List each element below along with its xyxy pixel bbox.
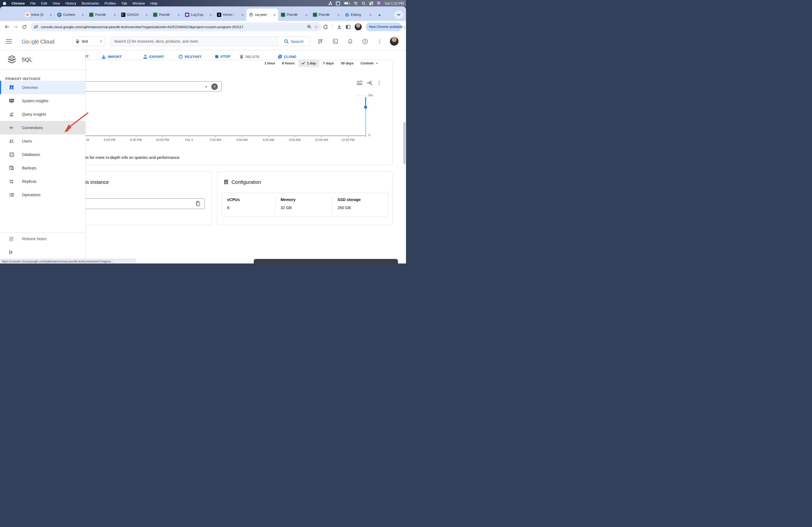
control-center-icon[interactable] (369, 2, 373, 5)
sidebar-item-replicas[interactable]: Replicas (0, 175, 85, 188)
tab-sai-peerdb-active[interactable]: sai-peer × (246, 9, 278, 21)
connection-name-field[interactable] (81, 198, 205, 209)
tab-inbox[interactable]: M Inbox (5 × (23, 9, 55, 21)
export-button[interactable]: EXPORT (143, 55, 164, 59)
chart-area-mode-icon[interactable] (357, 80, 362, 86)
sidebar-item-system-insights[interactable]: System insights (0, 94, 85, 108)
gcloud-search-field[interactable] (110, 36, 278, 46)
tab-dais24[interactable]: DAIS DAIS24 × (118, 9, 150, 21)
delete-button[interactable]: DELETE (240, 55, 260, 59)
tab-close-icon[interactable]: × (49, 13, 52, 17)
site-settings-icon[interactable] (34, 25, 38, 29)
tab-peerdb-1[interactable]: Peerdb × (86, 9, 118, 21)
menu-history[interactable]: History (62, 1, 79, 5)
copy-icon[interactable] (195, 201, 200, 207)
sidebar-item-release-notes[interactable]: Release Notes (0, 232, 85, 245)
release-notes-assistant-icon[interactable] (317, 38, 324, 45)
battery-icon[interactable] (344, 2, 350, 4)
tab-peerdb-3[interactable]: Peerdb × (278, 9, 310, 21)
sidebar-item-overview[interactable]: Overview (0, 81, 85, 94)
menu-window[interactable]: Window (130, 1, 147, 5)
tab-search-chevron-button[interactable] (394, 11, 403, 19)
sidebar-item-operations[interactable]: Operations (0, 188, 85, 201)
tab-conference[interactable]: P Confere × (55, 9, 86, 21)
menu-bookmarks[interactable]: Bookmarks (79, 1, 102, 5)
menu-chrome[interactable]: Chrome (9, 1, 27, 5)
navigation-menu-icon[interactable] (6, 39, 12, 44)
tab-close-icon[interactable]: × (273, 13, 276, 17)
side-panel-icon[interactable] (346, 25, 350, 29)
restart-button[interactable]: RESTART (178, 55, 202, 59)
clone-button[interactable]: CLONE (278, 55, 296, 59)
tab-close-icon[interactable]: × (81, 13, 84, 17)
page-scrollbar-thumb[interactable] (403, 122, 405, 164)
menubar-app-icon[interactable] (336, 1, 340, 6)
browser-profile-avatar[interactable] (355, 23, 362, 30)
sidebar-expand-icon[interactable] (9, 250, 13, 255)
apple-logo-icon[interactable] (0, 1, 9, 5)
back-button[interactable] (4, 24, 10, 30)
bookmark-star-icon[interactable]: ☆ (314, 24, 318, 30)
sidebar-item-users[interactable]: Users (0, 134, 85, 148)
chart-data-point-marker[interactable] (364, 106, 367, 109)
metric-select-dropdown[interactable]: ▼ ? (81, 81, 222, 91)
time-range-6-hours[interactable]: 6 hours (282, 61, 294, 65)
time-range-custom[interactable]: Custom ▼ (361, 61, 378, 65)
header-more-dots-icon[interactable]: ⋮ (376, 38, 383, 45)
gcloud-search-button[interactable]: Search (278, 36, 310, 46)
chart-more-dots-icon[interactable]: ⋮ (377, 80, 381, 86)
menu-view[interactable]: View (50, 1, 62, 5)
siri-icon[interactable] (377, 1, 381, 5)
new-chrome-available-button[interactable]: New Chrome available ⋮ (366, 22, 402, 31)
project-selector[interactable]: test ▼ (73, 36, 105, 46)
menu-edit[interactable]: Edit (39, 1, 50, 5)
menubar-clock[interactable]: Sat 1:22 PM (385, 1, 404, 5)
menu-help[interactable]: Help (148, 1, 160, 5)
tab-close-icon[interactable]: × (113, 13, 116, 17)
tab-close-icon[interactable]: × (241, 13, 244, 17)
tab-close-icon[interactable]: × (305, 13, 308, 17)
cloud-shell-icon[interactable] (332, 38, 338, 45)
metric-help-icon[interactable]: ? (211, 84, 218, 90)
tab-peerdb-2[interactable]: Peerdb × (150, 9, 182, 21)
chart-explore-icon[interactable] (367, 80, 373, 86)
edit-button-partial[interactable]: IT (85, 55, 89, 59)
menu-profiles[interactable]: Profiles (102, 1, 119, 5)
notifications-bell-icon[interactable] (347, 38, 353, 45)
tab-x-home[interactable]: X Home / × (214, 9, 246, 21)
sidebar-item-databases[interactable]: Databases (0, 148, 85, 161)
tab-close-icon[interactable]: × (209, 13, 212, 17)
time-range-1-day-selected[interactable]: 1 day (298, 59, 319, 67)
menu-file[interactable]: File (27, 1, 39, 5)
wifi-icon[interactable] (353, 2, 358, 5)
spotlight-icon[interactable] (362, 1, 365, 5)
menu-tab[interactable]: Tab (119, 1, 130, 5)
reload-button[interactable] (21, 24, 27, 30)
tab-close-icon[interactable]: × (177, 13, 180, 17)
tab-close-icon[interactable]: × (337, 13, 340, 17)
gcloud-search-input[interactable] (114, 39, 274, 44)
account-avatar[interactable] (390, 37, 398, 46)
sidebar-item-backups[interactable]: Backups (0, 161, 85, 175)
zoom-icon[interactable] (307, 25, 311, 29)
tab-peerdb-4[interactable]: Peerdb × (310, 9, 342, 21)
tab-log-explorer[interactable]: Log Exp × (182, 9, 214, 21)
tab-close-icon[interactable]: × (145, 13, 148, 17)
extensions-icon[interactable] (323, 25, 328, 29)
time-range-1-hour[interactable]: 1 hour (264, 61, 275, 65)
tab-close-icon[interactable]: × (369, 13, 372, 17)
time-range-30-days[interactable]: 30 days (341, 61, 354, 65)
google-cloud-logo[interactable]: GoogleGoogleCloud (21, 39, 54, 45)
help-icon[interactable]: ? (362, 38, 368, 45)
url-text[interactable]: console.cloud.google.com/sql/instances/s… (41, 25, 305, 29)
forward-button[interactable] (12, 24, 19, 30)
new-tab-button[interactable]: + (378, 12, 381, 18)
import-button[interactable]: IMPORT (102, 55, 122, 59)
address-bar[interactable]: console.cloud.google.com/sql/instances/s… (31, 22, 321, 31)
downloads-icon[interactable] (337, 25, 342, 29)
stop-button[interactable]: STOP (215, 55, 230, 59)
browser-menu-dots-icon[interactable]: ⋮ (403, 25, 406, 29)
menubar-app-stack-icon[interactable] (329, 2, 332, 5)
time-range-7-days[interactable]: 7 days (323, 61, 334, 65)
tab-editing[interactable]: Editing × (342, 9, 374, 21)
